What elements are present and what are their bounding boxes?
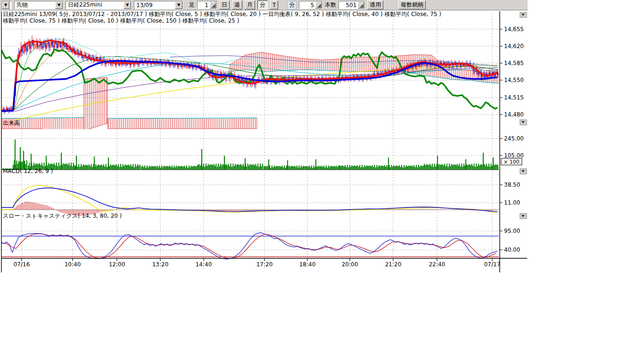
bar-interval-value: 1	[198, 2, 210, 8]
y-axis-label: 245.00	[504, 135, 524, 142]
pane-scale-dropdown[interactable]	[520, 12, 527, 17]
stoch-pane-title: スロー・ストキャスティクス( 14, 3, 80, 20 )	[3, 213, 122, 219]
price-pane	[1, 36, 499, 131]
pane-scale-dropdown[interactable]	[520, 120, 527, 125]
x-axis-label: 07/16	[14, 261, 30, 268]
instrument-type-value: 先物	[15, 1, 55, 9]
x-axis-label: 17:20	[256, 261, 273, 268]
minute-stepper[interactable]: 5	[299, 1, 322, 9]
chevron-down-icon: ▼	[2, 1, 9, 9]
x-axis-label: 22:40	[429, 261, 446, 268]
spinner-icon[interactable]	[358, 1, 364, 8]
chart-area: 07/1610:4012:0013:2014:4017:2018:4020:00…	[0, 10, 644, 362]
y-axis-label: 14,550	[504, 77, 524, 83]
bar-count-value: 501	[339, 2, 358, 8]
x-axis-label: 12:00	[109, 261, 125, 268]
period-tick-button[interactable]: T	[270, 0, 278, 9]
y-axis-label: 14,585	[504, 60, 524, 66]
x-axis-label: 10:40	[65, 261, 81, 268]
macd-pane-title: MACD( 12, 26, 9 )	[3, 168, 53, 174]
ichimoku-cloud	[107, 118, 257, 129]
macd-signal-line	[1, 185, 497, 213]
y-axis-label: 38.50	[504, 181, 520, 188]
chevron-down-icon: ▼	[124, 1, 131, 9]
minute-value: 5	[299, 2, 315, 8]
bar-label: 足	[189, 1, 195, 9]
period-week-button[interactable]: 週	[232, 0, 242, 9]
spinner-icon[interactable]	[315, 1, 322, 8]
pane-scale-dropdown[interactable]	[520, 214, 527, 219]
instrument-value: 日経225mini	[66, 1, 124, 9]
x-axis-label: 20:00	[342, 261, 358, 268]
pane-scale-dropdown[interactable]	[520, 169, 527, 174]
x-axis-label: 07/17	[484, 261, 501, 268]
stochastics-pane	[1, 233, 499, 259]
chart-header-line1: 日経225mini 13/09( 5分, 2013/07/12 - 2013/0…	[3, 11, 441, 17]
bar-interval-stepper[interactable]: 1	[197, 1, 217, 9]
spinner-icon[interactable]	[210, 1, 216, 8]
x-axis-label: 21:20	[385, 261, 402, 268]
y-axis-label: 95.00	[504, 228, 520, 234]
macd-pane	[1, 185, 499, 216]
x-axis-label: 18:40	[299, 261, 316, 268]
instrument-select[interactable]: 日経225mini ▼	[66, 1, 132, 9]
bar-count-label: 本数	[325, 1, 336, 9]
volume-pane	[1, 140, 499, 170]
main-toolbar: ▼ 先物 ▼ 日経225mini ▼ 13/09 ▼ 足 1 日 週 月 分 T…	[0, 0, 528, 10]
volume-multiplier-text: × 100	[504, 159, 520, 165]
instrument-type-select[interactable]: 先物 ▼	[14, 1, 63, 9]
multi-symbol-button[interactable]: 複数銘柄	[398, 0, 426, 9]
period-day-button[interactable]: 日	[219, 0, 230, 9]
y-axis-label: 14,655	[504, 26, 524, 33]
period-month-button[interactable]: 月	[245, 0, 255, 9]
y-axis-label: 14,480	[504, 111, 524, 118]
volume-pane-title: 出来高	[3, 120, 20, 126]
chevron-down-icon: ▼	[175, 1, 182, 9]
y-axis-label: 40.00	[504, 247, 520, 253]
y-axis-label: 105.00	[504, 152, 524, 159]
apply-button[interactable]: 適用	[367, 0, 383, 9]
x-axis-label: 14:40	[196, 261, 212, 268]
y-axis-label: 11.00	[504, 199, 520, 206]
x-axis-label: 13:20	[152, 261, 169, 268]
minute-label: 分	[287, 1, 297, 9]
stoch-d-line	[1, 234, 496, 258]
chart-canvas[interactable]: 07/1610:4012:0013:2014:4017:2018:4020:00…	[0, 10, 644, 362]
y-axis-label: 14,620	[504, 43, 524, 49]
contract-month-select[interactable]: 13/09 ▼	[134, 1, 183, 9]
ichimoku-cloud	[84, 77, 107, 131]
chart-header-line2: 移動平均( Close, 75 ) 移動平均( Close, 10 ) 移動平均…	[3, 17, 239, 24]
chart-menu-dropdown[interactable]: ▼	[1, 1, 12, 9]
contract-month-value: 13/09	[134, 2, 175, 8]
chevron-down-icon: ▼	[55, 1, 63, 9]
period-minute-button[interactable]: 分	[257, 0, 268, 9]
bar-count-stepper[interactable]: 501	[339, 1, 365, 9]
y-axis-label: 14,515	[504, 94, 524, 101]
